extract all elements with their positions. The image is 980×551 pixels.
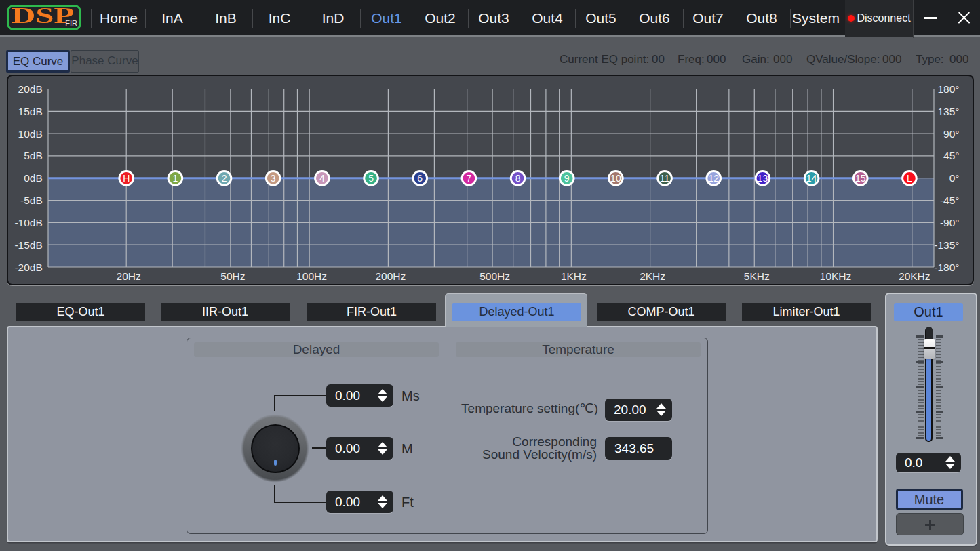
- svg-text:12: 12: [708, 173, 719, 184]
- svg-text:200Hz: 200Hz: [375, 270, 406, 282]
- svg-text:5KHz: 5KHz: [744, 270, 770, 282]
- svg-text:-15dB: -15dB: [14, 239, 42, 251]
- svg-text:100Hz: 100Hz: [296, 270, 327, 282]
- svg-text:50Hz: 50Hz: [220, 270, 245, 282]
- svg-text:10: 10: [610, 173, 621, 184]
- svg-text:500Hz: 500Hz: [479, 270, 510, 282]
- svg-text:4: 4: [319, 173, 325, 184]
- svg-text:7: 7: [466, 173, 471, 184]
- svg-text:20dB: 20dB: [18, 83, 43, 95]
- svg-text:0°: 0°: [949, 172, 960, 184]
- svg-text:14: 14: [806, 173, 817, 184]
- svg-text:5dB: 5dB: [24, 150, 43, 161]
- svg-text:3: 3: [271, 173, 276, 184]
- svg-text:H: H: [123, 173, 130, 184]
- svg-text:135°: 135°: [937, 106, 959, 117]
- svg-text:L: L: [907, 173, 912, 184]
- svg-text:180°: 180°: [937, 83, 959, 95]
- svg-text:15dB: 15dB: [18, 106, 43, 117]
- svg-text:2: 2: [222, 173, 227, 184]
- svg-text:20Hz: 20Hz: [117, 270, 141, 282]
- svg-text:-20dB: -20dB: [14, 262, 42, 273]
- svg-text:-45°: -45°: [940, 195, 960, 206]
- svg-text:45°: 45°: [943, 150, 959, 161]
- svg-text:-10dB: -10dB: [14, 217, 42, 228]
- svg-text:8: 8: [515, 173, 521, 184]
- svg-text:90°: 90°: [943, 128, 959, 140]
- svg-text:11: 11: [660, 173, 670, 184]
- svg-text:13: 13: [758, 173, 768, 184]
- svg-text:0dB: 0dB: [24, 172, 43, 184]
- svg-text:6: 6: [417, 173, 423, 184]
- svg-text:-5dB: -5dB: [20, 195, 43, 206]
- svg-text:10dB: 10dB: [18, 128, 43, 140]
- svg-text:2KHz: 2KHz: [640, 270, 665, 282]
- svg-text:20KHz: 20KHz: [899, 270, 930, 282]
- svg-text:1: 1: [172, 173, 178, 184]
- svg-text:-135°: -135°: [934, 239, 959, 251]
- svg-text:9: 9: [564, 173, 570, 184]
- svg-text:-180°: -180°: [934, 262, 959, 273]
- svg-text:15: 15: [855, 173, 866, 184]
- svg-text:10KHz: 10KHz: [820, 270, 852, 282]
- svg-text:1KHz: 1KHz: [561, 270, 587, 282]
- svg-text:-90°: -90°: [940, 217, 960, 228]
- svg-text:5: 5: [368, 173, 374, 184]
